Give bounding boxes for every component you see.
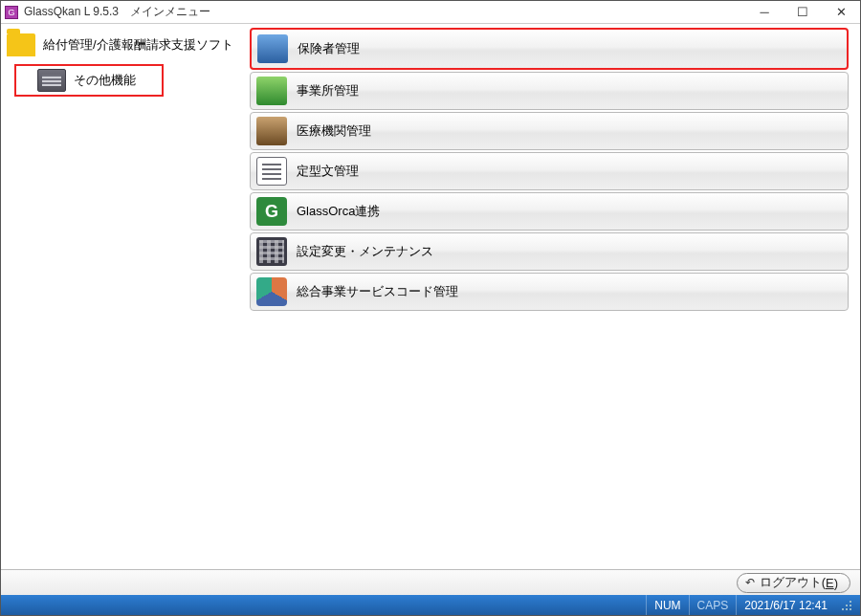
logout-arrow-icon: ↶ — [745, 576, 755, 589]
menu-item-medical[interactable]: 医療機関管理 — [250, 112, 849, 150]
resize-grip-icon[interactable] — [839, 598, 854, 613]
tree-root-label: 給付管理/介護報酬請求支援ソフト — [43, 36, 233, 54]
window-controls: ─ ☐ ✕ — [745, 1, 860, 24]
servicecode-icon — [256, 277, 287, 306]
menu-item-label: 設定変更・メンテナンス — [297, 243, 433, 260]
navigation-tree: 給付管理/介護報酬請求支援ソフト その他機能 — [1, 24, 250, 569]
menu-item-insurer[interactable]: 保険者管理 — [250, 28, 849, 70]
office-icon — [256, 77, 287, 105]
footer-bar: ↶ ログアウト(E) — [1, 569, 860, 595]
template-icon — [256, 157, 287, 186]
menu-item-template[interactable]: 定型文管理 — [250, 152, 849, 190]
maximize-button[interactable]: ☐ — [784, 1, 822, 24]
medical-icon — [256, 117, 287, 145]
tree-child-label: その他機能 — [74, 72, 136, 89]
status-datetime: 2021/6/17 12:41 — [736, 595, 835, 616]
menu-item-label: GlassOrca連携 — [297, 203, 380, 220]
titlebar: G GlassQkan L 9.5.3 メインメニュー ─ ☐ ✕ — [1, 1, 860, 24]
menu-item-servicecode[interactable]: 総合事業サービスコード管理 — [250, 273, 849, 311]
logout-label: ログアウト( — [760, 574, 826, 591]
app-icon: G — [5, 6, 18, 19]
tree-child-highlight: その他機能 — [1, 64, 250, 97]
settings-icon — [256, 237, 287, 266]
menu-item-label: 事業所管理 — [297, 82, 359, 99]
menu-item-label: 医療機関管理 — [297, 122, 371, 140]
logout-label-suffix: ) — [834, 576, 838, 590]
logout-button[interactable]: ↶ ログアウト(E) — [737, 573, 850, 593]
status-bar: NUM CAPS 2021/6/17 12:41 — [1, 595, 860, 616]
content-area: 給付管理/介護報酬請求支援ソフト その他機能 保険者管理 事業所管理 医療機関管… — [1, 24, 860, 569]
menu-item-label: 定型文管理 — [297, 163, 359, 180]
tree-child[interactable]: その他機能 — [14, 64, 164, 97]
glassorca-icon: G — [256, 197, 287, 226]
menu-item-glassorca[interactable]: G GlassOrca連携 — [250, 192, 849, 231]
logout-accelerator: E — [826, 576, 834, 590]
insurer-icon — [257, 34, 288, 63]
menu-item-settings[interactable]: 設定変更・メンテナンス — [250, 232, 849, 271]
window-title: GlassQkan L 9.5.3 メインメニュー — [24, 4, 210, 20]
minimize-button[interactable]: ─ — [745, 1, 784, 24]
tree-root[interactable]: 給付管理/介護報酬請求支援ソフト — [1, 28, 250, 62]
status-num: NUM — [646, 595, 688, 616]
status-caps: CAPS — [689, 595, 737, 616]
module-icon — [37, 69, 66, 92]
close-button[interactable]: ✕ — [822, 1, 860, 24]
menu-item-label: 総合事業サービスコード管理 — [297, 283, 458, 300]
folder-icon — [7, 33, 35, 56]
menu-item-office[interactable]: 事業所管理 — [250, 72, 849, 110]
menu-panel: 保険者管理 事業所管理 医療機関管理 定型文管理 G GlassOrca連携 設… — [250, 24, 860, 569]
menu-item-label: 保険者管理 — [298, 40, 360, 57]
